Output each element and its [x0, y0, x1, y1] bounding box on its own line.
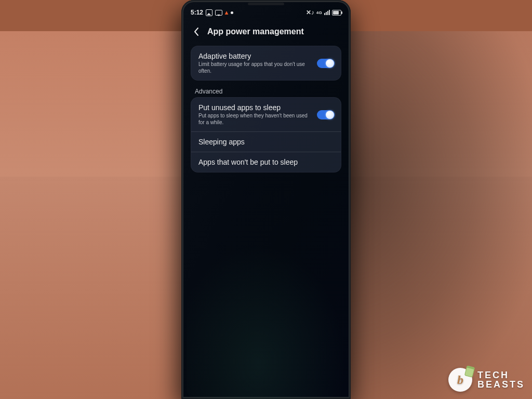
sleeping-apps-title: Sleeping apps	[198, 138, 245, 146]
flame-icon: ▴	[225, 9, 228, 16]
page-header: App power management	[185, 19, 347, 44]
adaptive-battery-title: Adaptive battery	[198, 52, 313, 60]
row-text: Put unused apps to sleep Put apps to sle…	[198, 103, 317, 126]
adaptive-battery-toggle[interactable]	[317, 59, 335, 68]
phone-screen: 5:12 ▴ ✕♪ 4G	[185, 4, 347, 399]
watermark-line2: BEASTS	[477, 380, 525, 389]
apps-never-sleep-title: Apps that won't be put to sleep	[198, 158, 298, 166]
network-4g-label: 4G	[316, 11, 322, 15]
row-put-unused-apps-to-sleep[interactable]: Put unused apps to sleep Put apps to sle…	[191, 98, 341, 131]
photo-shadow	[343, 31, 532, 399]
message-icon	[215, 10, 222, 16]
watermark-text: TECH BEASTS	[477, 370, 525, 389]
card-adaptive-battery: Adaptive battery Limit battery usage for…	[191, 46, 341, 81]
put-unused-sleep-subtitle: Put apps to sleep when they haven't been…	[198, 113, 313, 126]
card-advanced: Put unused apps to sleep Put apps to sle…	[191, 97, 341, 172]
row-adaptive-battery[interactable]: Adaptive battery Limit battery usage for…	[191, 46, 341, 80]
status-right: ✕♪ 4G	[306, 9, 341, 16]
signal-icon	[324, 10, 330, 15]
page-title: App power management	[207, 27, 304, 36]
row-text: Sleeping apps	[198, 138, 249, 146]
watermark-line1: TECH	[477, 370, 525, 380]
section-label-advanced: Advanced	[195, 88, 341, 95]
status-time: 5:12	[191, 9, 203, 16]
row-sleeping-apps[interactable]: Sleeping apps	[191, 131, 341, 152]
battery-icon	[332, 10, 341, 16]
row-apps-never-sleep[interactable]: Apps that won't be put to sleep	[191, 152, 341, 172]
watermark: b TECH BEASTS	[448, 368, 525, 392]
put-unused-sleep-title: Put unused apps to sleep	[198, 103, 313, 112]
picture-icon	[206, 9, 212, 16]
back-button[interactable]	[192, 27, 201, 36]
photo-background: 5:12 ▴ ✕♪ 4G	[0, 0, 532, 399]
notification-dot-icon	[231, 11, 233, 14]
watermark-logo-letter: b	[457, 373, 463, 387]
mute-icon: ✕♪	[306, 9, 314, 16]
status-bar: 5:12 ▴ ✕♪ 4G	[185, 4, 347, 19]
row-text: Adaptive battery Limit battery usage for…	[198, 52, 317, 74]
status-left: 5:12 ▴	[191, 9, 233, 16]
adaptive-battery-subtitle: Limit battery usage for apps that you do…	[198, 61, 313, 74]
watermark-logo: b	[448, 368, 472, 392]
phone-frame: 5:12 ▴ ✕♪ 4G	[181, 0, 351, 399]
chevron-left-icon	[193, 27, 200, 36]
row-text: Apps that won't be put to sleep	[198, 158, 302, 166]
put-unused-sleep-toggle[interactable]	[317, 110, 335, 119]
